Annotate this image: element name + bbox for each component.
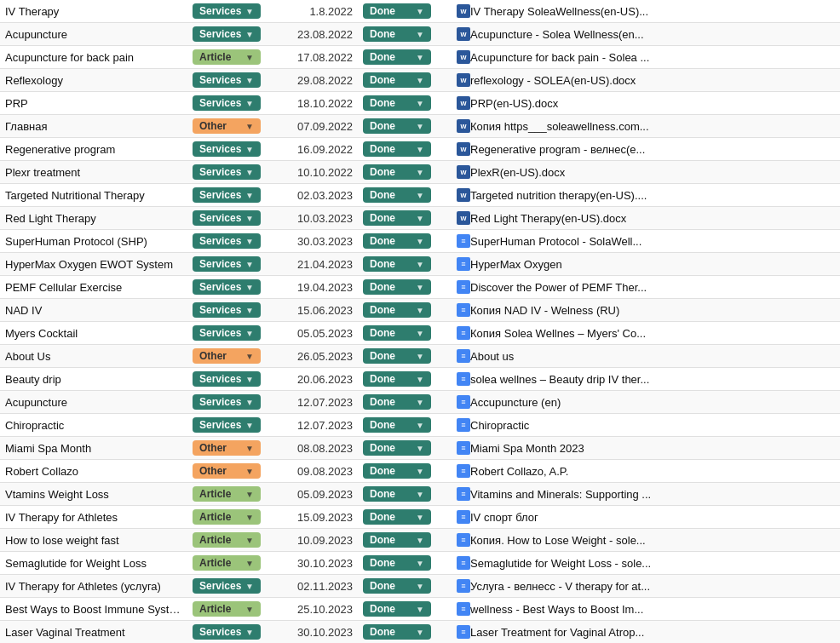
row-tag[interactable]: Services ▼ [187, 230, 281, 253]
row-status[interactable]: Done ▼ [358, 184, 452, 207]
row-status[interactable]: Done ▼ [358, 575, 452, 598]
tag-badge[interactable]: Services ▼ [193, 256, 261, 272]
tag-badge[interactable]: Services ▼ [193, 417, 261, 433]
status-badge[interactable]: Done ▼ [363, 256, 431, 272]
row-tag[interactable]: Services ▼ [187, 253, 281, 276]
tag-badge[interactable]: Services ▼ [193, 95, 261, 111]
row-tag[interactable]: Services ▼ [187, 322, 281, 345]
row-tag[interactable]: Article ▼ [187, 598, 281, 621]
status-badge[interactable]: Done ▼ [363, 233, 431, 249]
row-tag[interactable]: Services ▼ [187, 414, 281, 437]
status-badge[interactable]: Done ▼ [363, 26, 431, 42]
row-status[interactable]: Done ▼ [358, 253, 452, 276]
status-badge[interactable]: Done ▼ [363, 72, 431, 88]
status-badge[interactable]: Done ▼ [363, 578, 431, 594]
status-badge[interactable]: Done ▼ [363, 302, 431, 318]
status-badge[interactable]: Done ▼ [363, 601, 431, 617]
row-tag[interactable]: Services ▼ [187, 575, 281, 598]
tag-badge[interactable]: Article ▼ [193, 509, 261, 525]
tag-badge[interactable]: Other ▼ [193, 463, 261, 479]
row-status[interactable]: Done ▼ [358, 46, 452, 69]
row-status[interactable]: Done ▼ [358, 368, 452, 391]
row-status[interactable]: Done ▼ [358, 299, 452, 322]
row-status[interactable]: Done ▼ [358, 276, 452, 299]
row-status[interactable]: Done ▼ [358, 529, 452, 552]
row-tag[interactable]: Article ▼ [187, 46, 281, 69]
tag-badge[interactable]: Services ▼ [193, 325, 261, 341]
row-tag[interactable]: Services ▼ [187, 161, 281, 184]
row-status[interactable]: Done ▼ [358, 92, 452, 115]
row-status[interactable]: Done ▼ [358, 207, 452, 230]
row-status[interactable]: Done ▼ [358, 391, 452, 414]
tag-badge[interactable]: Services ▼ [193, 72, 261, 88]
row-status[interactable]: Done ▼ [358, 460, 452, 483]
row-tag[interactable]: Other ▼ [187, 115, 281, 138]
row-status[interactable]: Done ▼ [358, 506, 452, 529]
row-status[interactable]: Done ▼ [358, 23, 452, 46]
status-badge[interactable]: Done ▼ [363, 394, 431, 410]
row-tag[interactable]: Services ▼ [187, 368, 281, 391]
tag-badge[interactable]: Services ▼ [193, 3, 261, 19]
status-badge[interactable]: Done ▼ [363, 95, 431, 111]
row-tag[interactable]: Services ▼ [187, 621, 281, 644]
status-badge[interactable]: Done ▼ [363, 164, 431, 180]
status-badge[interactable]: Done ▼ [363, 371, 431, 387]
row-status[interactable]: Done ▼ [358, 69, 452, 92]
row-tag[interactable]: Article ▼ [187, 529, 281, 552]
tag-badge[interactable]: Article ▼ [193, 555, 261, 571]
status-badge[interactable]: Done ▼ [363, 187, 431, 203]
row-status[interactable]: Done ▼ [358, 483, 452, 506]
status-badge[interactable]: Done ▼ [363, 49, 431, 65]
status-badge[interactable]: Done ▼ [363, 3, 431, 19]
tag-badge[interactable]: Services ▼ [193, 164, 261, 180]
tag-badge[interactable]: Other ▼ [193, 440, 261, 456]
status-badge[interactable]: Done ▼ [363, 279, 431, 295]
tag-badge[interactable]: Services ▼ [193, 394, 261, 410]
tag-badge[interactable]: Services ▼ [193, 302, 261, 318]
row-tag[interactable]: Services ▼ [187, 184, 281, 207]
status-badge[interactable]: Done ▼ [363, 325, 431, 341]
tag-badge[interactable]: Article ▼ [193, 49, 261, 65]
tag-badge[interactable]: Services ▼ [193, 279, 261, 295]
status-badge[interactable]: Done ▼ [363, 509, 431, 525]
row-tag[interactable]: Article ▼ [187, 506, 281, 529]
row-tag[interactable]: Services ▼ [187, 207, 281, 230]
tag-badge[interactable]: Services ▼ [193, 371, 261, 387]
row-status[interactable]: Done ▼ [358, 138, 452, 161]
status-badge[interactable]: Done ▼ [363, 417, 431, 433]
row-tag[interactable]: Services ▼ [187, 0, 281, 23]
status-badge[interactable]: Done ▼ [363, 463, 431, 479]
row-tag[interactable]: Article ▼ [187, 552, 281, 575]
row-status[interactable]: Done ▼ [358, 345, 452, 368]
row-tag[interactable]: Services ▼ [187, 299, 281, 322]
row-status[interactable]: Done ▼ [358, 115, 452, 138]
row-status[interactable]: Done ▼ [358, 414, 452, 437]
status-badge[interactable]: Done ▼ [363, 141, 431, 157]
row-tag[interactable]: Other ▼ [187, 437, 281, 460]
status-badge[interactable]: Done ▼ [363, 440, 431, 456]
status-badge[interactable]: Done ▼ [363, 118, 431, 134]
tag-badge[interactable]: Article ▼ [193, 601, 261, 617]
tag-badge[interactable]: Article ▼ [193, 486, 261, 502]
row-status[interactable]: Done ▼ [358, 230, 452, 253]
row-status[interactable]: Done ▼ [358, 0, 452, 23]
status-badge[interactable]: Done ▼ [363, 624, 431, 640]
row-tag[interactable]: Other ▼ [187, 460, 281, 483]
row-tag[interactable]: Services ▼ [187, 276, 281, 299]
row-tag[interactable]: Services ▼ [187, 92, 281, 115]
status-badge[interactable]: Done ▼ [363, 555, 431, 571]
status-badge[interactable]: Done ▼ [363, 210, 431, 226]
status-badge[interactable]: Done ▼ [363, 348, 431, 364]
row-tag[interactable]: Services ▼ [187, 391, 281, 414]
row-tag[interactable]: Other ▼ [187, 345, 281, 368]
row-tag[interactable]: Services ▼ [187, 69, 281, 92]
tag-badge[interactable]: Services ▼ [193, 233, 261, 249]
row-status[interactable]: Done ▼ [358, 437, 452, 460]
tag-badge[interactable]: Other ▼ [193, 118, 261, 134]
tag-badge[interactable]: Services ▼ [193, 141, 261, 157]
row-status[interactable]: Done ▼ [358, 552, 452, 575]
tag-badge[interactable]: Services ▼ [193, 578, 261, 594]
row-tag[interactable]: Services ▼ [187, 23, 281, 46]
status-badge[interactable]: Done ▼ [363, 532, 431, 548]
tag-badge[interactable]: Services ▼ [193, 210, 261, 226]
